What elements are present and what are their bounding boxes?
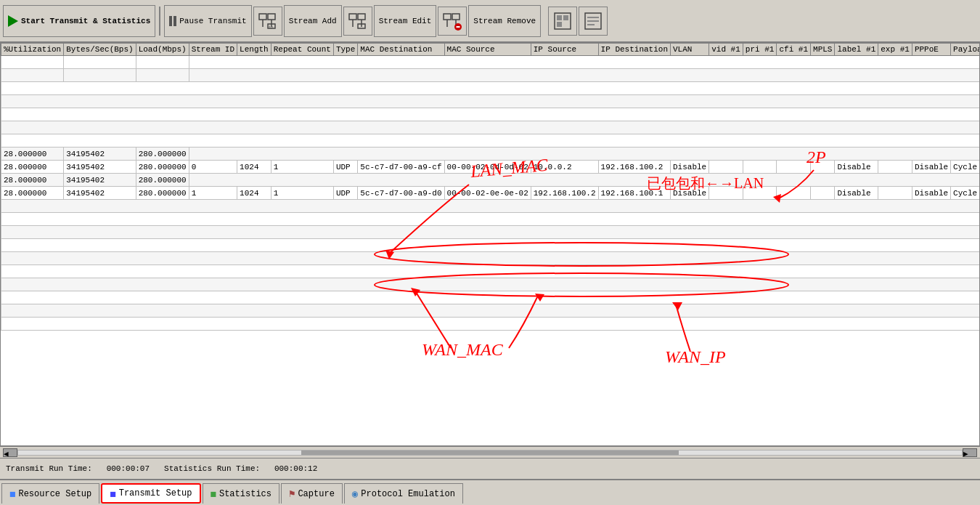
cell-ip-src: 192.168.100.2 [531,187,598,200]
table-row[interactable] [1,134,981,148]
play-icon [8,15,18,27]
icon-button-1[interactable]: to [253,7,282,36]
tab-capture-label: Capture [298,489,334,499]
svg-rect-20 [557,22,562,27]
stream-edit-button[interactable]: Stream Edit [374,5,437,37]
table-row[interactable] [1,108,981,121]
tab-statistics[interactable]: ◼ Statistics [203,483,279,504]
table-row[interactable] [1,265,981,278]
table-row[interactable] [1,200,981,213]
icon-button-3[interactable] [438,7,467,36]
extra-icon-2 [583,11,603,31]
svg-rect-0 [259,14,266,20]
table-row[interactable] [1,213,981,226]
stream-edit-label: Stream Edit [379,17,432,25]
table-row[interactable] [1,291,981,304]
resource-setup-icon: ◼ [9,488,15,500]
cell-pppoe: Disable [912,187,950,200]
cell-payload: Cycle [951,161,980,174]
scrollbar-thumb[interactable] [301,451,679,455]
table-container[interactable]: %Utilization Bytes/Sec(Bps) Load(Mbps) S… [0,42,980,446]
start-transmit-button[interactable]: Start Transmit & Statistics [3,5,155,37]
stream-icon-1: to [258,11,278,31]
tab-transmit-setup[interactable]: ◼ Transmit Setup [101,483,200,504]
cell-mpls [811,161,835,174]
table-row[interactable] [1,56,981,69]
icon-button-5[interactable] [579,7,608,36]
pause-transmit-button[interactable]: Pause Transmit [164,5,251,37]
cell-ip-dest: 192.168.100.1 [598,187,670,200]
table-row[interactable] [1,121,981,134]
capture-icon: ⚑ [289,488,295,500]
toolbar-separator-1 [159,7,160,36]
svg-text:WAN_MAC: WAN_MAC [422,340,504,359]
table-row-stream-1[interactable]: 28.000000 34195402 280.000000 1 1024 1 U… [1,187,981,200]
cell-pri1 [743,187,777,200]
col-ip-src: IP Source [531,44,598,56]
table-row[interactable] [1,95,981,108]
cell-bytes [64,56,136,69]
scroll-right-btn[interactable]: ▶ [963,448,977,457]
cell-cfi1 [777,161,811,174]
col-label1: label #1 [835,44,878,56]
table-row[interactable] [1,318,981,331]
cell-bytes: 34195402 [64,161,136,174]
table-row[interactable] [1,239,981,252]
col-load: Load(Mbps) [136,44,189,56]
statistics-icon: ◼ [211,488,216,500]
tab-protocol-emulation[interactable]: ◉ Protocol Emulation [344,483,463,504]
scrollbar-track[interactable] [17,450,963,456]
cell-repeat-count: 1 [271,187,333,200]
table-row[interactable]: 28.000000 34195402 280.000000 [1,174,981,187]
table-row[interactable] [1,278,981,291]
cell-label1: Disable [835,187,878,200]
transmit-run-time-label: Transmit Run Time: 000:00:07 [6,464,150,473]
cell-exp1 [878,187,912,200]
tab-capture[interactable]: ⚑ Capture [281,483,343,504]
col-payload: Payload [951,44,980,56]
tab-resource-label: Resource Setup [18,489,91,499]
cell-vid1 [709,161,743,174]
cell-vlan: Disable [671,161,709,174]
scroll-left-btn[interactable]: ◀ [3,448,17,457]
col-mac-src: MAC Source [444,44,531,56]
table-row[interactable]: 28.000000 34195402 280.000000 [1,148,981,161]
cell-load: 280.000000 [136,148,189,161]
cell-cfi1 [777,187,811,200]
table-row[interactable] [1,226,981,239]
stream-remove-button[interactable]: Stream Remove [468,5,541,37]
table-body: 28.000000 34195402 280.000000 28.000000 … [1,56,981,331]
table-row-stream-0[interactable]: 28.000000 34195402 280.000000 0 1024 1 U… [1,161,981,174]
svg-rect-19 [563,15,568,20]
stream-add-label: Stream Add [289,17,337,25]
icon-button-4[interactable] [548,7,577,36]
cell-label1: Disable [835,161,878,174]
col-pppoe: PPPoE [912,44,950,56]
svg-rect-11 [444,14,451,20]
tab-resource-setup[interactable]: ◼ Resource Setup [1,483,99,504]
cell-stream-id: 0 [189,161,237,174]
transmit-setup-icon: ◼ [110,488,115,500]
table-row[interactable] [1,304,981,318]
stream-remove-label: Stream Remove [473,17,536,25]
cell-utilization [1,69,64,82]
icon-button-2[interactable] [343,7,372,36]
table-row[interactable] [1,82,981,95]
svg-rect-23 [587,20,599,22]
stream-add-button[interactable]: Stream Add [284,5,342,37]
statistics-time-value: 000:00:12 [274,464,317,473]
svg-rect-22 [587,17,599,18]
status-bar: Transmit Run Time: 000:00:07 Statistics … [0,458,980,480]
cell-length: 1024 [237,187,271,200]
stream-remove-icon [442,11,462,31]
col-length: Length [237,44,271,56]
col-type: Type [333,44,357,56]
col-stream-id: Stream ID [189,44,237,56]
extra-icon-1 [552,11,573,31]
cell-bytes: 34195402 [64,187,136,200]
cell-load: 280.000000 [136,174,189,187]
col-pri1: pri #1 [743,44,777,56]
table-row[interactable] [1,252,981,265]
pause-transmit-label: Pause Transmit [179,17,246,25]
table-row[interactable] [1,69,981,82]
